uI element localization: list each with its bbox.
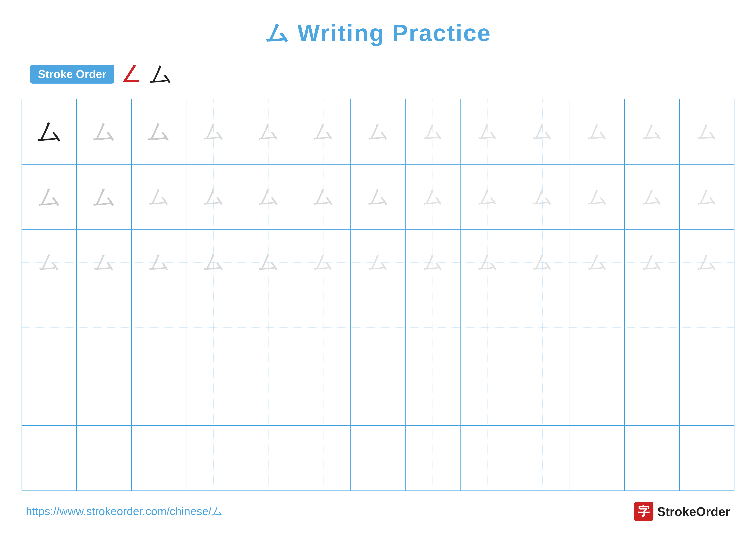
grid-row-2: ム ム ム ム ム ム ム ム ム	[22, 165, 734, 230]
grid-cell[interactable]	[186, 360, 241, 425]
char-guide: ム	[93, 248, 115, 277]
grid-cell[interactable]: ム	[296, 165, 351, 229]
grid-cell[interactable]: ム	[680, 165, 734, 229]
grid-cell[interactable]	[625, 295, 680, 360]
grid-cell[interactable]: ム	[296, 99, 351, 164]
grid-cell[interactable]: ム	[241, 230, 296, 295]
grid-cell[interactable]	[241, 295, 296, 360]
grid-cell[interactable]: ム	[77, 165, 131, 229]
grid-cell[interactable]: ム	[132, 165, 186, 229]
page-title: ム Writing Practice	[265, 17, 491, 49]
grid-cell[interactable]	[625, 360, 680, 425]
grid-cell[interactable]	[22, 360, 77, 425]
grid-cell[interactable]	[515, 360, 570, 425]
grid-cell[interactable]: ム	[680, 230, 734, 295]
grid-cell[interactable]	[186, 426, 241, 491]
grid-cell[interactable]: ム	[22, 165, 77, 229]
grid-cell[interactable]: ム	[22, 99, 77, 164]
char-guide: ム	[37, 181, 62, 213]
grid-cell[interactable]	[570, 360, 625, 425]
title-char: ム	[265, 20, 290, 46]
char-guide: ム	[148, 183, 170, 212]
grid-cell[interactable]: ム	[296, 230, 351, 295]
grid-cell[interactable]: ム	[570, 165, 625, 229]
grid-cell[interactable]: ム	[680, 99, 734, 164]
grid-cell[interactable]	[680, 426, 734, 491]
grid-cell[interactable]: ム	[625, 165, 680, 229]
grid-cell[interactable]: ム	[515, 165, 570, 229]
grid-cell[interactable]	[680, 295, 734, 360]
char-guide: ム	[587, 249, 608, 276]
grid-cell[interactable]: ム	[406, 99, 460, 164]
grid-cell[interactable]	[77, 360, 131, 425]
grid-cell[interactable]: ム	[186, 165, 241, 229]
grid-cell[interactable]: ム	[241, 165, 296, 229]
grid-cell[interactable]	[296, 426, 351, 491]
footer-url: https://www.strokeorder.com/chinese/ム	[26, 504, 223, 519]
char-guide: ム	[477, 183, 498, 211]
char-guide: ム	[148, 248, 170, 277]
grid-cell[interactable]: ム	[351, 165, 406, 229]
grid-cell[interactable]	[515, 295, 570, 360]
grid-cell[interactable]: ム	[461, 165, 515, 229]
char-guide: ム	[257, 183, 279, 212]
grid-cell[interactable]	[77, 426, 131, 491]
grid-cell[interactable]	[132, 426, 186, 491]
footer: https://www.strokeorder.com/chinese/ム 字 …	[21, 502, 735, 521]
grid-cell[interactable]: ム	[186, 99, 241, 164]
grid-cell[interactable]: ム	[351, 230, 406, 295]
grid-cell[interactable]: ム	[461, 99, 515, 164]
grid-cell[interactable]: ム	[406, 230, 460, 295]
grid-cell[interactable]	[570, 295, 625, 360]
grid-cell[interactable]	[241, 360, 296, 425]
grid-cell[interactable]: ム	[77, 230, 131, 295]
grid-cell[interactable]	[406, 426, 460, 491]
grid-cell[interactable]	[680, 360, 734, 425]
char-guide: ム	[422, 183, 443, 211]
grid-cell[interactable]	[132, 295, 186, 360]
char-guide: ム	[696, 118, 717, 146]
grid-cell[interactable]: ム	[22, 230, 77, 295]
grid-cell[interactable]: ム	[570, 99, 625, 164]
grid-cell[interactable]	[406, 360, 460, 425]
grid-cell[interactable]: ム	[351, 99, 406, 164]
char-guide: ム	[368, 249, 389, 276]
grid-cell[interactable]: ム	[461, 230, 515, 295]
grid-cell[interactable]	[132, 360, 186, 425]
char-guide: ム	[422, 249, 443, 276]
char-guide: ム	[587, 118, 608, 146]
char-guide: ム	[477, 249, 498, 276]
grid-cell[interactable]	[77, 295, 131, 360]
grid-cell[interactable]	[406, 295, 460, 360]
char-guide: ム	[202, 248, 225, 277]
brand-name: StrokeOrder	[657, 504, 730, 519]
grid-cell[interactable]	[186, 295, 241, 360]
grid-cell[interactable]	[570, 426, 625, 491]
grid-cell[interactable]: ム	[186, 230, 241, 295]
grid-cell[interactable]	[241, 426, 296, 491]
grid-cell[interactable]	[296, 295, 351, 360]
grid-cell[interactable]: ム	[77, 99, 131, 164]
grid-cell[interactable]: ム	[406, 165, 460, 229]
grid-cell[interactable]: ム	[132, 99, 186, 164]
grid-cell[interactable]	[461, 360, 515, 425]
grid-cell[interactable]	[515, 426, 570, 491]
char-guide: ム	[532, 118, 553, 146]
grid-cell[interactable]	[351, 426, 406, 491]
grid-cell[interactable]	[22, 295, 77, 360]
grid-cell[interactable]	[461, 426, 515, 491]
grid-cell[interactable]: ム	[132, 230, 186, 295]
grid-cell[interactable]	[461, 295, 515, 360]
grid-cell[interactable]	[351, 360, 406, 425]
grid-cell[interactable]: ム	[515, 99, 570, 164]
grid-cell[interactable]	[351, 295, 406, 360]
grid-cell[interactable]	[22, 426, 77, 491]
grid-cell[interactable]: ム	[241, 99, 296, 164]
grid-cell[interactable]: ム	[625, 99, 680, 164]
char-guide: ム	[92, 116, 116, 148]
grid-cell[interactable]	[296, 360, 351, 425]
grid-cell[interactable]: ム	[625, 230, 680, 295]
grid-cell[interactable]: ム	[570, 230, 625, 295]
grid-cell[interactable]: ム	[515, 230, 570, 295]
grid-cell[interactable]	[625, 426, 680, 491]
